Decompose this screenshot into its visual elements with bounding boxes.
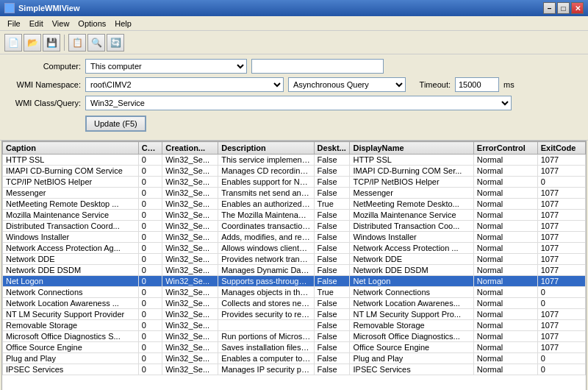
cell-exitcode: 0 [537, 177, 585, 188]
table-row[interactable]: NT LM Security Support Provider0Win32_Se… [3, 309, 586, 320]
toolbar-search-button[interactable]: 🔍 [87, 34, 105, 52]
table-row[interactable]: HTTP SSL0Win32_Se...This service impleme… [3, 155, 586, 166]
cell-displayname: Network DDE DSDM [350, 265, 473, 276]
table-row[interactable]: Network Location Awareness ...0Win32_Se.… [3, 298, 586, 309]
col-header-ch[interactable]: Ch... [138, 142, 162, 155]
cell-deskt: False [314, 298, 350, 309]
cell-exitcode: 1077 [537, 232, 585, 243]
cell-ch: 0 [138, 210, 162, 221]
table-row[interactable]: IMAPI CD-Burning COM Service0Win32_Se...… [3, 166, 586, 177]
table-row[interactable]: Distributed Transaction Coord...0Win32_S… [3, 221, 586, 232]
cell-creation: Win32_Se... [162, 221, 218, 232]
table-row[interactable]: Network Connections0Win32_Se...Manages o… [3, 287, 586, 298]
cell-exitcode: 1077 [537, 210, 585, 221]
menu-help[interactable]: Help [110, 18, 136, 29]
class-select[interactable]: Win32_Service [85, 96, 512, 110]
query-type-select[interactable]: Asynchronous Query [288, 77, 406, 92]
table-row[interactable]: NetMeeting Remote Desktop ...0Win32_Se..… [3, 199, 586, 210]
cell-errorcontrol: Normal [473, 265, 537, 276]
timeout-input[interactable] [455, 77, 499, 92]
cell-creation: Win32_Se... [162, 342, 218, 353]
table-row[interactable]: IPSEC Services0Win32_Se...Manages IP sec… [3, 364, 586, 375]
cell-creation: Win32_Se... [162, 364, 218, 375]
menu-options[interactable]: Options [74, 18, 110, 29]
col-header-desc[interactable]: Description [218, 142, 314, 155]
col-header-displayname[interactable]: DisplayName [350, 142, 473, 155]
table-row[interactable]: Network Access Protection Ag...0Win32_Se… [3, 243, 586, 254]
computer-input[interactable] [251, 59, 384, 74]
titlebar-left: SimpleWMIView [4, 3, 80, 13]
cell-displayname: TCP/IP NetBIOS Helper [350, 177, 473, 188]
cell-errorcontrol: Normal [473, 254, 537, 265]
cell-desc: Supports pass-through a... [218, 276, 314, 287]
toolbar-copy-button[interactable]: 📋 [68, 34, 86, 52]
cell-ch: 0 [138, 309, 162, 320]
cell-displayname: Mozilla Maintenance Service [350, 210, 473, 221]
col-header-exitcode[interactable]: ExitCode [537, 142, 585, 155]
class-row: WMI Class/Query: Win32_Service [7, 96, 581, 110]
cell-ch: 0 [138, 331, 162, 342]
cell-exitcode: 1077 [537, 320, 585, 331]
minimize-button[interactable]: – [543, 2, 556, 14]
toolbar-open-button[interactable]: 📂 [24, 34, 41, 52]
col-header-creation[interactable]: Creation... [162, 142, 218, 155]
toolbar-refresh-button[interactable]: 🔄 [107, 34, 124, 52]
cell-creation: Win32_Se... [162, 298, 218, 309]
main-wrapper: Caption Ch... Creation... Description De… [0, 141, 588, 390]
cell-displayname: Net Logon [350, 276, 473, 287]
col-header-errorcontrol[interactable]: ErrorControl [473, 142, 537, 155]
table-row[interactable]: Microsoft Office Diagnostics S...0Win32_… [3, 331, 586, 342]
table-row[interactable]: Plug and Play0Win32_Se...Enables a compu… [3, 353, 586, 364]
cell-deskt: True [314, 287, 350, 298]
cell-errorcontrol: Normal [473, 177, 537, 188]
menu-edit[interactable]: Edit [25, 18, 48, 29]
cell-deskt: False [314, 221, 350, 232]
cell-ch: 0 [138, 155, 162, 166]
table-row[interactable]: Net Logon0Win32_Se...Supports pass-throu… [3, 276, 586, 287]
cell-errorcontrol: Normal [473, 364, 537, 375]
computer-select[interactable]: This computer [85, 59, 247, 74]
cell-creation: Win32_Se... [162, 166, 218, 177]
cell-desc: Enables support for NetB... [218, 177, 314, 188]
toolbar-new-button[interactable]: 📄 [4, 34, 22, 52]
cell-creation: Win32_Se... [162, 199, 218, 210]
cell-deskt: False [314, 276, 350, 287]
cell-deskt: False [314, 232, 350, 243]
menubar: File Edit View Options Help [0, 16, 588, 31]
update-button[interactable]: Update (F5) [85, 116, 146, 132]
cell-displayname: Network DDE [350, 254, 473, 265]
cell-caption: Net Logon [3, 276, 139, 287]
cell-exitcode: 1077 [537, 155, 585, 166]
col-header-caption[interactable]: Caption [3, 142, 139, 155]
cell-creation: Win32_Se... [162, 254, 218, 265]
cell-ch: 0 [138, 199, 162, 210]
cell-exitcode: 1077 [537, 276, 585, 287]
table-row[interactable]: Windows Installer0Win32_Se...Adds, modif… [3, 232, 586, 243]
cell-ch: 0 [138, 177, 162, 188]
cell-creation: Win32_Se... [162, 243, 218, 254]
toolbar-save-button[interactable]: 💾 [43, 34, 60, 52]
cell-displayname: Distributed Transaction Coo... [350, 221, 473, 232]
cell-caption: HTTP SSL [3, 155, 139, 166]
cell-ch: 0 [138, 342, 162, 353]
table-row[interactable]: Messenger0Win32_Se...Transmits net send … [3, 188, 586, 199]
table-row[interactable]: Network DDE0Win32_Se...Provides network … [3, 254, 586, 265]
menu-file[interactable]: File [3, 18, 25, 29]
table-row[interactable]: Network DDE DSDM0Win32_Se...Manages Dyna… [3, 265, 586, 276]
table-container[interactable]: Caption Ch... Creation... Description De… [1, 141, 587, 390]
col-header-deskt[interactable]: Deskt... [314, 142, 350, 155]
cell-displayname: Messenger [350, 188, 473, 199]
cell-exitcode: 0 [537, 353, 585, 364]
table-row[interactable]: Removable Storage0Win32_Se...FalseRemova… [3, 320, 586, 331]
cell-caption: Distributed Transaction Coord... [3, 221, 139, 232]
ns-select[interactable]: root\CIMV2 [85, 77, 284, 92]
cell-errorcontrol: Normal [473, 199, 537, 210]
maximize-button[interactable]: □ [557, 2, 570, 14]
cell-exitcode: 1077 [537, 221, 585, 232]
cell-errorcontrol: Normal [473, 221, 537, 232]
table-row[interactable]: TCP/IP NetBIOS Helper0Win32_Se...Enables… [3, 177, 586, 188]
table-row[interactable]: Mozilla Maintenance Service0Win32_Se...T… [3, 210, 586, 221]
menu-view[interactable]: View [48, 18, 74, 29]
table-row[interactable]: Office Source Engine0Win32_Se...Saves in… [3, 342, 586, 353]
close-button[interactable]: ✕ [571, 2, 584, 14]
